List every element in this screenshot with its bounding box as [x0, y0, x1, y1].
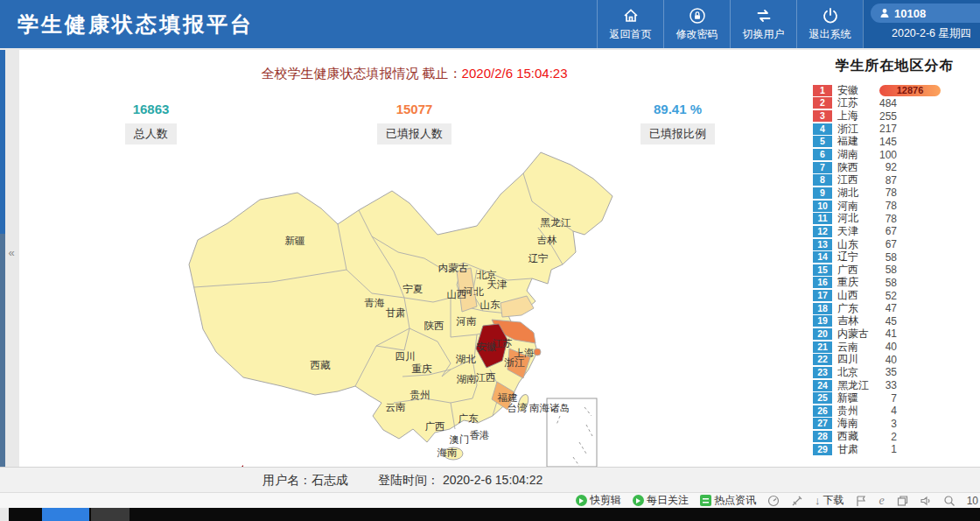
username-label: 用户名：	[262, 473, 312, 487]
region-rank-badge: 2	[813, 97, 832, 109]
region-row[interactable]: 13山东67	[813, 238, 980, 251]
main-panel: 全校学生健康状态填报情况 截止：2020/2/6 15:04:23 16863 …	[19, 50, 809, 467]
quick-clip-button[interactable]: 快剪辑	[576, 493, 621, 508]
region-row[interactable]: 28西藏2	[813, 430, 980, 443]
os-taskbar-strip	[0, 508, 980, 521]
region-value: 78	[876, 187, 897, 199]
region-value: 2	[876, 431, 897, 443]
region-row[interactable]: 9湖北78	[813, 187, 980, 200]
region-rank-badge: 15	[813, 264, 832, 276]
user-id-pill[interactable]: 10108	[871, 4, 980, 23]
region-value: 217	[876, 123, 897, 135]
app-title: 学生健康状态填报平台	[0, 0, 597, 48]
region-row[interactable]: 27海南3	[813, 418, 980, 431]
region-rank-badge: 19	[813, 315, 832, 327]
sidebar-collapsed-strip-lower[interactable]	[0, 234, 5, 467]
speaker-icon[interactable]	[920, 495, 932, 507]
region-rank-badge: 25	[813, 392, 832, 404]
region-row[interactable]: 25新疆7	[813, 391, 980, 405]
region-rank-badge: 26	[813, 405, 832, 417]
region-row[interactable]: 21云南40	[813, 341, 980, 354]
region-rank-badge: 1	[813, 85, 832, 96]
region-row[interactable]: 8江西87	[813, 173, 980, 187]
region-row[interactable]: 3上海255	[813, 109, 980, 123]
region-value: 7	[876, 392, 897, 405]
region-row[interactable]: 16重庆58	[813, 277, 980, 290]
user-id: 10108	[894, 7, 926, 20]
hot-news-button[interactable]: 热点资讯	[700, 493, 756, 508]
region-row[interactable]: 12天津67	[813, 225, 980, 238]
region-value: 87	[876, 174, 897, 187]
zoom-level-clipped: 10	[967, 495, 978, 507]
region-row[interactable]: 15广西58	[813, 264, 980, 277]
region-value: 100	[876, 149, 897, 161]
region-value: 67	[876, 225, 897, 237]
nav-logout-button[interactable]: 退出系统	[796, 0, 863, 48]
os-taskbar-app[interactable]	[91, 508, 130, 521]
region-rank-badge: 23	[813, 367, 832, 378]
china-map-svg	[175, 140, 630, 468]
region-row[interactable]: 5福建145	[813, 136, 980, 149]
summary-title: 全校学生健康状态填报情况 截止：2020/2/6 15:04:23	[19, 66, 809, 82]
header-date: 2020-2-6 星期四	[864, 23, 980, 41]
china-map[interactable]: 新疆黑龙江吉林辽宁内蒙古北京天津宁夏山西河北山东青海甘肃河南陕西西藏四川重庆湖北…	[175, 140, 630, 468]
region-row[interactable]: 24黑龙江33	[813, 379, 980, 392]
person-icon	[879, 8, 890, 18]
region-row[interactable]: 19吉林45	[813, 315, 980, 328]
flag-icon[interactable]	[855, 495, 867, 507]
collapse-sidebar-button[interactable]: «	[4, 246, 18, 260]
region-row[interactable]: 2江苏484	[813, 97, 980, 110]
nav-label: 返回首页	[610, 27, 652, 42]
restore-window-icon[interactable]	[896, 495, 908, 507]
region-rank-badge: 13	[813, 239, 832, 250]
region-row[interactable]: 17山西52	[813, 289, 980, 302]
region-rank-badge: 10	[813, 201, 832, 212]
daily-focus-button[interactable]: 每日关注	[633, 493, 689, 508]
region-row[interactable]: 23北京35	[813, 366, 980, 379]
region-row[interactable]: 10河南78	[813, 200, 980, 213]
region-value: 58	[876, 277, 897, 289]
search-icon[interactable]	[943, 495, 956, 507]
nav-switch-user-button[interactable]: 切换用户	[730, 0, 796, 48]
region-row[interactable]: 7陕西92	[813, 161, 980, 174]
region-row[interactable]: 4浙江217	[813, 123, 980, 136]
lock-icon	[689, 7, 706, 25]
home-icon	[622, 7, 640, 25]
region-row[interactable]: 18广东47	[813, 302, 980, 315]
speed-gauge-icon[interactable]	[767, 495, 780, 507]
region-row[interactable]: 1安徽12876	[813, 84, 980, 97]
os-taskbar-active-app[interactable]	[42, 508, 89, 521]
region-row[interactable]: 6湖南100	[813, 148, 980, 161]
region-rank-badge: 6	[813, 149, 832, 160]
region-rank-badge: 7	[813, 162, 832, 173]
stat-total: 16863 总人数	[19, 102, 283, 144]
status-bar: 用户名：石志成登陆时间： 2020-2-6 15:04:22	[0, 467, 980, 492]
region-row[interactable]: 29甘肃1	[813, 443, 980, 456]
region-value: 67	[876, 238, 897, 250]
stat-reported: 15077 已填报人数	[283, 102, 546, 144]
region-value: 484	[876, 97, 897, 109]
region-row[interactable]: 26贵州4	[813, 405, 980, 418]
region-value: 58	[876, 251, 897, 264]
ie-compat-icon[interactable]: e	[878, 494, 884, 508]
province-hainan[interactable]	[444, 447, 463, 460]
download-label: 下载	[822, 493, 844, 508]
province-shanghai[interactable]	[534, 349, 541, 356]
download-button[interactable]: ↓ 下载	[815, 493, 844, 508]
stat-ratio-label: 已填报比例	[640, 123, 715, 144]
stat-ratio: 89.41 % 已填报比例	[546, 102, 809, 144]
sidebar-collapsed-strip[interactable]	[0, 50, 5, 234]
region-row[interactable]: 22四川40	[813, 353, 980, 366]
region-row[interactable]: 14辽宁58	[813, 250, 980, 264]
login-time-value: 2020-2-6 15:04:22	[443, 473, 542, 487]
region-rank-badge: 21	[813, 341, 832, 353]
region-row[interactable]: 11河北78	[813, 212, 980, 225]
quick-clip-icon	[576, 495, 587, 506]
region-row[interactable]: 20内蒙古41	[813, 327, 980, 341]
nav-change-password-button[interactable]: 修改密码	[663, 0, 730, 48]
nav-home-button[interactable]: 返回首页	[597, 0, 663, 48]
switch-user-icon	[755, 7, 773, 25]
user-panel: 10108 2020-2-6 星期四	[863, 0, 980, 48]
rocket-boost-icon[interactable]	[791, 495, 803, 507]
province-taiwan[interactable]	[516, 393, 530, 412]
